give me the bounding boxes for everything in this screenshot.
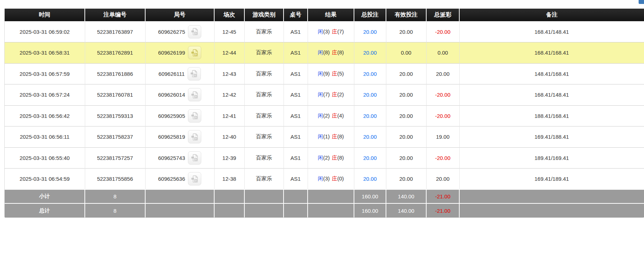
cell-remark: 169.41/188.41 <box>459 126 644 148</box>
result-player-score: (7) <box>323 91 330 97</box>
round-no-value: 609625905 <box>158 113 185 119</box>
table-row[interactable]: 2025-03-31 06:57:24 522381760781 6096260… <box>5 84 644 106</box>
cell-result: 闲(3)庄(7) <box>308 21 354 42</box>
cell-total-bet: 20.00 <box>354 42 386 64</box>
cell-table-no: AS1 <box>284 42 308 64</box>
video-replay-button[interactable] <box>188 172 201 185</box>
video-file-icon <box>190 153 199 162</box>
cell-game-type: 百家乐 <box>244 21 284 42</box>
subtotal-label: 小计 <box>5 189 85 203</box>
col-header-session: 场次 <box>214 9 244 21</box>
cell-payout: -20.00 <box>426 21 459 42</box>
result-player-label: 闲 <box>318 133 323 139</box>
round-no-value: 609626199 <box>158 50 185 56</box>
video-replay-button[interactable] <box>188 130 201 143</box>
cell-payout: 19.00 <box>426 126 459 148</box>
cell-bet-id: 522381761886 <box>85 63 145 84</box>
table-row[interactable]: 2025-03-31 06:54:59 522381755856 6096256… <box>5 169 644 190</box>
result-player-score: (2) <box>323 155 330 161</box>
col-header-payout: 总派彩 <box>426 9 459 21</box>
result-player-label: 闲 <box>318 175 323 181</box>
cell-game-type: 百家乐 <box>244 126 284 148</box>
video-file-icon <box>190 91 199 99</box>
video-replay-button[interactable] <box>188 46 201 59</box>
grand-total-valid-bet: 140.00 <box>386 203 426 217</box>
cell-table-no: AS1 <box>284 105 308 126</box>
cell-valid-bet: 20.00 <box>386 169 426 190</box>
col-header-game-type: 游戏类别 <box>244 9 284 21</box>
cell-game-type: 百家乐 <box>244 169 284 190</box>
video-replay-button[interactable] <box>188 25 201 38</box>
table-row[interactable]: 2025-03-31 06:59:02 522381763897 6096262… <box>5 21 644 42</box>
result-banker-label: 庄 <box>332 155 337 161</box>
video-file-icon <box>190 111 199 120</box>
cell-remark: 169.41/189.41 <box>459 169 644 190</box>
col-header-valid-bet: 有效投注 <box>386 9 426 21</box>
round-no-value: 609626111 <box>158 71 185 77</box>
grand-total-row: 总计 8 160.00 140.00 -21.00 <box>5 203 644 217</box>
cell-time: 2025-03-31 06:56:42 <box>5 105 85 126</box>
cell-round-no: 609625905 <box>145 105 214 126</box>
grand-total-total-bet: 160.00 <box>354 203 386 217</box>
col-header-total-bet: 总投注 <box>354 9 386 21</box>
result-banker-label: 庄 <box>332 28 337 34</box>
cell-total-bet: 20.00 <box>354 63 386 84</box>
cell-game-type: 百家乐 <box>244 147 284 169</box>
result-banker-score: (2) <box>337 91 344 97</box>
col-header-bet-id: 注单编号 <box>85 9 145 21</box>
cell-valid-bet: 20.00 <box>386 84 426 106</box>
grand-total-payout: -21.00 <box>426 203 459 217</box>
video-file-icon <box>190 27 199 36</box>
table-row[interactable]: 2025-03-31 06:56:11 522381758237 6096258… <box>5 126 644 148</box>
cell-session: 12-38 <box>214 169 244 190</box>
cell-table-no: AS1 <box>284 63 308 84</box>
cell-valid-bet: 20.00 <box>386 105 426 126</box>
table-row[interactable]: 2025-03-31 06:56:42 522381759313 6096259… <box>5 105 644 126</box>
cell-payout: -20.00 <box>426 84 459 106</box>
cell-session: 12-43 <box>214 63 244 84</box>
cell-game-type: 百家乐 <box>244 63 284 84</box>
subtotal-payout: -21.00 <box>426 189 459 203</box>
cell-bet-id: 522381760781 <box>85 84 145 106</box>
video-replay-button[interactable] <box>188 151 201 165</box>
cell-result: 闲(2)庄(4) <box>308 105 354 126</box>
corner-button[interactable] <box>639 0 644 4</box>
bet-history-page: 时间 注单编号 局号 场次 游戏类别 桌号 结果 总投注 有效投注 总派彩 备注 <box>0 0 644 253</box>
table-row[interactable]: 2025-03-31 06:55:40 522381757257 6096257… <box>5 147 644 169</box>
cell-payout: -20.00 <box>426 105 459 126</box>
video-replay-button[interactable] <box>188 67 201 80</box>
cell-remark: 168.41/148.41 <box>459 84 644 106</box>
round-no-value: 609625636 <box>158 176 185 182</box>
table-row[interactable]: 2025-03-31 06:58:31 522381762891 6096261… <box>5 42 644 64</box>
result-player-label: 闲 <box>318 28 323 34</box>
result-banker-label: 庄 <box>332 70 337 77</box>
subtotal-total-bet: 160.00 <box>354 189 386 203</box>
video-replay-button[interactable] <box>188 109 201 123</box>
cell-session: 12-40 <box>214 126 244 148</box>
cell-payout: 20.00 <box>426 169 459 190</box>
cell-valid-bet: 20.00 <box>386 63 426 84</box>
result-banker-score: (8) <box>337 133 344 139</box>
header-row: 时间 注单编号 局号 场次 游戏类别 桌号 结果 总投注 有效投注 总派彩 备注 <box>5 9 644 21</box>
result-banker-label: 庄 <box>332 175 337 181</box>
result-player-label: 闲 <box>318 70 323 77</box>
cell-total-bet: 20.00 <box>354 21 386 42</box>
cell-result: 闲(3)庄(0) <box>308 169 354 190</box>
video-file-icon <box>190 175 199 183</box>
col-header-time: 时间 <box>5 9 85 21</box>
cell-valid-bet: 20.00 <box>386 126 426 148</box>
video-replay-button[interactable] <box>188 88 201 101</box>
result-player-score: (2) <box>323 112 330 119</box>
table-row[interactable]: 2025-03-31 06:57:59 522381761886 6096261… <box>5 63 644 84</box>
cell-time: 2025-03-31 06:54:59 <box>5 169 85 190</box>
cell-bet-id: 522381762891 <box>85 42 145 64</box>
cell-table-no: AS1 <box>284 21 308 42</box>
subtotal-count: 8 <box>85 189 145 203</box>
cell-remark: 148.41/168.41 <box>459 63 644 84</box>
result-banker-label: 庄 <box>332 49 337 55</box>
cell-total-bet: 20.00 <box>354 105 386 126</box>
cell-time: 2025-03-31 06:55:40 <box>5 147 85 169</box>
cell-remark: 168.41/148.41 <box>459 21 644 42</box>
cell-result: 闲(2)庄(8) <box>308 147 354 169</box>
result-banker-score: (0) <box>337 175 344 181</box>
